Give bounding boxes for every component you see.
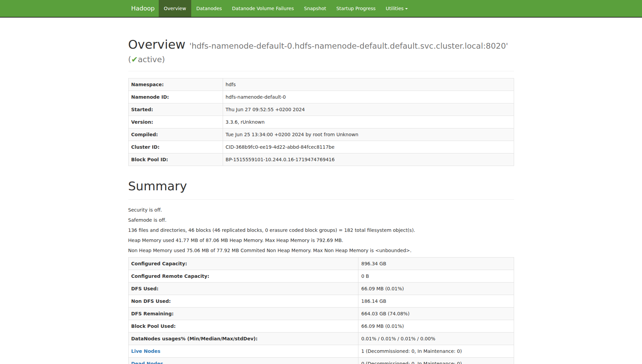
row-label-configured-remote-capacity: Configured Remote Capacity:	[128, 270, 358, 282]
table-row: Configured Capacity:896.34 GB	[128, 257, 514, 270]
row-value: 0.01% / 0.01% / 0.01% / 0.00%	[358, 332, 514, 345]
page-title-text: Overview	[128, 38, 186, 51]
row-value: 0 (Decommissioned: 0, In Maintenance: 0)	[358, 357, 514, 364]
table-row: Dead Nodes0 (Decommissioned: 0, In Maint…	[128, 357, 514, 364]
row-label-datanodes-usages-min-median-max-stddev: DataNodes usages% (Min/Median/Max/stdDev…	[128, 332, 358, 345]
page-title: Overview 'hdfs-namenode-default-0.hdfs-n…	[128, 38, 514, 65]
summary-title: Summary	[128, 179, 514, 193]
row-label-configured-capacity: Configured Capacity:	[128, 257, 358, 270]
table-row: DFS Remaining:664.03 GB (74.08%)	[128, 307, 514, 320]
table-row: Block Pool ID:BP-1515559101-10.244.0.16-…	[128, 153, 514, 166]
row-label-non-dfs-used: Non DFS Used:	[128, 295, 358, 307]
summary-paragraphs: Security is off.Safemode is off.136 file…	[128, 207, 514, 254]
ha-state-label: active	[138, 55, 162, 64]
row-value: 664.03 GB (74.08%)	[358, 307, 514, 320]
table-row: Namenode ID:hdfs-namenode-default-0	[128, 91, 514, 103]
live-nodes-link[interactable]: Live Nodes	[131, 348, 160, 354]
nav-link-datanodes[interactable]: Datanodes	[191, 0, 227, 17]
nav-item-snapshot: Snapshot	[299, 0, 331, 17]
nav-link-utilities[interactable]: Utilities	[381, 0, 413, 17]
row-value: 0 B	[358, 270, 514, 282]
table-row: Live Nodes1 (Decommissioned: 0, In Maint…	[128, 345, 514, 357]
row-value: Tue Jun 25 13:34:00 +0200 2024 by root f…	[223, 128, 514, 141]
table-row: Configured Remote Capacity:0 B	[128, 270, 514, 282]
table-row: DataNodes usages% (Min/Median/Max/stdDev…	[128, 332, 514, 345]
cluster-stats-table: Configured Capacity:896.34 GBConfigured …	[128, 257, 514, 364]
table-row: Started:Thu Jun 27 09:52:55 +0200 2024	[128, 103, 514, 116]
row-value: 186.14 GB	[358, 295, 514, 307]
row-label-block-pool-id: Block Pool ID:	[128, 153, 223, 166]
row-label-compiled: Compiled:	[128, 128, 223, 141]
table-row: Cluster ID:CID-368b9fc0-ee19-4d22-abbd-8…	[128, 141, 514, 153]
summary-line: Safemode is off.	[128, 217, 514, 223]
summary-line: Heap Memory used 41.77 MB of 87.06 MB He…	[128, 237, 514, 244]
caret-down-icon	[405, 8, 408, 9]
row-label-live-nodes: Live Nodes	[128, 345, 358, 357]
row-label-block-pool-used: Block Pool Used:	[128, 320, 358, 332]
nav-link-datanode-volume-failures[interactable]: Datanode Volume Failures	[227, 0, 299, 17]
row-label-dfs-used: DFS Used:	[128, 282, 358, 295]
summary-line: Security is off.	[128, 207, 514, 213]
row-value: 1 (Decommissioned: 0, In Maintenance: 0)	[358, 345, 514, 357]
table-row: DFS Used:66.09 MB (0.01%)	[128, 282, 514, 295]
row-label-started: Started:	[128, 103, 223, 116]
active-check-icon: ✔	[131, 55, 138, 64]
nav-item-utilities: Utilities	[381, 0, 413, 17]
dead-nodes-link[interactable]: Dead Nodes	[131, 361, 163, 364]
row-value: Thu Jun 27 09:52:55 +0200 2024	[223, 103, 514, 116]
row-value: hdfs-namenode-default-0	[223, 91, 514, 103]
row-label-dfs-remaining: DFS Remaining:	[128, 307, 358, 320]
table-row: Version:3.3.6, rUnknown	[128, 116, 514, 128]
nav-item-overview: Overview	[159, 0, 191, 17]
navbar: Hadoop OverviewDatanodesDatanode Volume …	[0, 0, 642, 18]
row-label-version: Version:	[128, 116, 223, 128]
summary-header: Summary	[128, 179, 514, 200]
nav-item-datanodes: Datanodes	[191, 0, 227, 17]
navbar-brand[interactable]: Hadoop	[128, 0, 159, 17]
navbar-menu: OverviewDatanodesDatanode Volume Failure…	[159, 0, 413, 17]
nav-link-overview[interactable]: Overview	[159, 0, 191, 17]
row-value: 66.09 MB (0.01%)	[358, 320, 514, 332]
nav-link-snapshot[interactable]: Snapshot	[299, 0, 331, 17]
namenode-info-table: Namespace:hdfsNamenode ID:hdfs-namenode-…	[128, 78, 514, 166]
overview-header: Overview 'hdfs-namenode-default-0.hdfs-n…	[128, 38, 514, 71]
main-content: Overview 'hdfs-namenode-default-0.hdfs-n…	[123, 18, 519, 364]
table-row: Namespace:hdfs	[128, 78, 514, 91]
row-value: 3.3.6, rUnknown	[223, 116, 514, 128]
table-row: Compiled:Tue Jun 25 13:34:00 +0200 2024 …	[128, 128, 514, 141]
nav-item-startup-progress: Startup Progress	[331, 0, 381, 17]
row-value: CID-368b9fc0-ee19-4d22-abbd-84fcec8117be	[223, 141, 514, 153]
nav-link-startup-progress[interactable]: Startup Progress	[331, 0, 381, 17]
table-row: Block Pool Used:66.09 MB (0.01%)	[128, 320, 514, 332]
row-value: hdfs	[223, 78, 514, 91]
row-value: 896.34 GB	[358, 257, 514, 270]
row-label-dead-nodes: Dead Nodes	[128, 357, 358, 364]
row-value: BP-1515559101-10.244.0.16-1719474769416	[223, 153, 514, 166]
table-row: Non DFS Used:186.14 GB	[128, 295, 514, 307]
row-label-namespace: Namespace:	[128, 78, 223, 91]
nav-item-datanode-volume-failures: Datanode Volume Failures	[227, 0, 299, 17]
summary-line: Non Heap Memory used 75.06 MB of 77.92 M…	[128, 247, 514, 254]
row-label-cluster-id: Cluster ID:	[128, 141, 223, 153]
summary-line: 136 files and directories, 46 blocks (46…	[128, 227, 514, 234]
row-value: 66.09 MB (0.01%)	[358, 282, 514, 295]
row-label-namenode-id: Namenode ID:	[128, 91, 223, 103]
